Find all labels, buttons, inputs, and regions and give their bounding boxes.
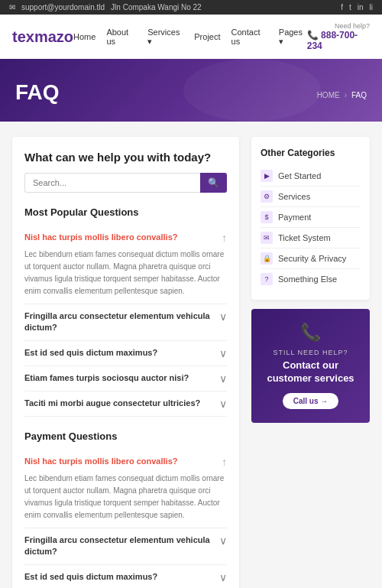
faq-item-popular-1: Fringilla arcu consectetur elementum veh… bbox=[24, 304, 227, 341]
faq-item-payment-header-2[interactable]: Est id sed quis dictum maximus? ∨ bbox=[24, 571, 227, 583]
search-wrap: 🔍 bbox=[24, 173, 227, 193]
contact-heading: Contact our customer services bbox=[261, 359, 361, 385]
faq-payment-answer-0: Lec bibendum etiam fames consequat dictu… bbox=[24, 473, 227, 521]
faq-item-header-0[interactable]: Nisl hac turpis mollis libero convallis?… bbox=[24, 232, 227, 244]
contact-phone-icon: 📞 bbox=[261, 323, 361, 343]
page-title: FAQ bbox=[15, 80, 367, 105]
top-bar-right: f t in li bbox=[341, 3, 373, 11]
instagram-icon[interactable]: in bbox=[358, 3, 364, 11]
main-content: What can we help you with today? 🔍 Most … bbox=[0, 122, 382, 588]
faq-question-2: Est id sed quis dictum maximus? bbox=[24, 347, 219, 359]
security-icon: 🔒 bbox=[261, 252, 273, 265]
nav-home[interactable]: Home bbox=[73, 32, 96, 41]
faq-card: What can we help you with today? 🔍 Most … bbox=[12, 137, 239, 588]
sidebar: Other Categories ▶ Get Started ⚙ Service… bbox=[251, 137, 370, 588]
sidebar-item-payment[interactable]: $ Payment bbox=[261, 207, 361, 228]
sidebar-item-label-5: Something Else bbox=[278, 275, 337, 284]
payment-title: Payment Questions bbox=[24, 430, 227, 442]
faq-question-1: Fringilla arcu consectetur elementum veh… bbox=[24, 310, 219, 334]
payment-icon: $ bbox=[261, 211, 273, 223]
faq-item-header-2[interactable]: Est id sed quis dictum maximus? ∨ bbox=[24, 347, 227, 359]
faq-item-popular-0: Nisl hac turpis mollis libero convallis?… bbox=[24, 226, 227, 304]
faq-item-payment-header-1[interactable]: Fringilla arcu consectetur elementum veh… bbox=[24, 534, 227, 558]
faq-item-popular-4: Taciti mi morbi augue consectetur ultric… bbox=[24, 391, 227, 417]
faq-answer-0: Lec bibendum etiam fames consequat dictu… bbox=[24, 249, 227, 297]
nav-right: Need help? 📞 888-700-234 bbox=[307, 22, 370, 51]
popular-title: Most Popular Questions bbox=[24, 206, 227, 218]
sidebar-item-security[interactable]: 🔒 Security & Privacy bbox=[261, 249, 361, 269]
contact-card: 📞 STILL NEED HELP? Contact our customer … bbox=[251, 309, 370, 423]
nav-project[interactable]: Project bbox=[194, 32, 220, 41]
top-bar-email: support@yourdomain.tld bbox=[21, 3, 105, 11]
faq-payment-toggle-2[interactable]: ∨ bbox=[219, 571, 227, 583]
faq-toggle-1[interactable]: ∨ bbox=[219, 310, 227, 323]
email-icon: ✉ bbox=[9, 3, 15, 11]
logo-mazo: mazo bbox=[34, 28, 73, 45]
ticket-icon: ✉ bbox=[261, 232, 273, 244]
nav-links: Home About us Services ▾ Project Contact… bbox=[73, 28, 307, 47]
hero-section: FAQ HOME › FAQ bbox=[0, 59, 382, 122]
categories-title: Other Categories bbox=[261, 148, 361, 158]
search-button[interactable]: 🔍 bbox=[200, 173, 227, 193]
faq-payment-toggle-0[interactable]: ↑ bbox=[222, 456, 227, 468]
sidebar-item-services[interactable]: ⚙ Services bbox=[261, 187, 361, 207]
phone-icon: 📞 bbox=[307, 30, 319, 41]
faq-payment-question-0: Nisl hac turpis mollis libero convallis? bbox=[24, 456, 222, 467]
categories-card: Other Categories ▶ Get Started ⚙ Service… bbox=[251, 137, 370, 300]
linkedin-icon[interactable]: li bbox=[370, 3, 373, 11]
faq-item-header-3[interactable]: Etiam fames turpis sociosqu auctor nisi?… bbox=[24, 372, 227, 385]
twitter-icon[interactable]: t bbox=[349, 3, 351, 11]
faq-toggle-4[interactable]: ∨ bbox=[219, 398, 227, 410]
faq-item-payment-0: Nisl hac turpis mollis libero convallis?… bbox=[24, 450, 227, 528]
sidebar-item-get-started[interactable]: ▶ Get Started bbox=[261, 166, 361, 187]
sidebar-item-label-2: Payment bbox=[278, 213, 311, 222]
sidebar-item-label-3: Ticket System bbox=[278, 233, 331, 242]
sidebar-item-label-0: Get Started bbox=[278, 171, 321, 180]
call-us-button[interactable]: Call us → bbox=[283, 393, 339, 409]
faq-item-header-1[interactable]: Fringilla arcu consectetur elementum veh… bbox=[24, 310, 227, 334]
top-bar-address: Jln Compaka Wangi No 22 bbox=[111, 3, 202, 11]
top-bar: ✉ support@yourdomain.tld Jln Compaka Wan… bbox=[0, 0, 382, 15]
facebook-icon[interactable]: f bbox=[341, 3, 343, 11]
nav-pages[interactable]: Pages ▾ bbox=[279, 28, 307, 47]
faq-payment-question-2: Est id sed quis dictum maximus? bbox=[24, 571, 219, 583]
services-icon: ⚙ bbox=[261, 190, 273, 203]
faq-toggle-0[interactable]: ↑ bbox=[222, 232, 227, 244]
logo[interactable]: texmazo bbox=[12, 28, 73, 46]
faq-payment-question-1: Fringilla arcu consectetur elementum veh… bbox=[24, 534, 219, 558]
nav-about[interactable]: About us bbox=[106, 28, 137, 46]
sidebar-item-label-1: Services bbox=[278, 192, 310, 201]
something-else-icon: ? bbox=[261, 273, 273, 285]
still-need-label: STILL NEED HELP? bbox=[261, 349, 361, 356]
faq-heading: What can we help you with today? bbox=[24, 151, 227, 164]
faq-toggle-3[interactable]: ∨ bbox=[219, 372, 227, 385]
navbar: texmazo Home About us Services ▾ Project… bbox=[0, 15, 382, 59]
get-started-icon: ▶ bbox=[261, 170, 273, 182]
faq-item-header-4[interactable]: Taciti mi morbi augue consectetur ultric… bbox=[24, 398, 227, 410]
nav-phone[interactable]: 📞 888-700-234 bbox=[307, 30, 370, 51]
faq-item-popular-2: Est id sed quis dictum maximus? ∨ bbox=[24, 341, 227, 366]
faq-toggle-2[interactable]: ∨ bbox=[219, 347, 227, 359]
logo-tex: tex bbox=[12, 28, 34, 45]
sidebar-item-label-4: Security & Privacy bbox=[278, 254, 346, 263]
sidebar-item-something-else[interactable]: ? Something Else bbox=[261, 269, 361, 289]
nav-contact[interactable]: Contact us bbox=[231, 28, 268, 46]
need-help-label: Need help? bbox=[307, 22, 370, 30]
faq-section: What can we help you with today? 🔍 Most … bbox=[12, 137, 239, 588]
faq-payment-toggle-1[interactable]: ∨ bbox=[219, 534, 227, 547]
faq-item-payment-2: Est id sed quis dictum maximus? ∨ bbox=[24, 565, 227, 588]
sidebar-item-ticket[interactable]: ✉ Ticket System bbox=[261, 228, 361, 249]
faq-question-0: Nisl hac turpis mollis libero convallis? bbox=[24, 232, 222, 243]
search-input[interactable] bbox=[24, 173, 200, 193]
faq-question-4: Taciti mi morbi augue consectetur ultric… bbox=[24, 398, 219, 409]
top-bar-left: ✉ support@yourdomain.tld Jln Compaka Wan… bbox=[9, 3, 202, 11]
nav-services[interactable]: Services ▾ bbox=[147, 28, 183, 47]
faq-item-payment-1: Fringilla arcu consectetur elementum veh… bbox=[24, 528, 227, 565]
faq-item-payment-header-0[interactable]: Nisl hac turpis mollis libero convallis?… bbox=[24, 456, 227, 468]
faq-question-3: Etiam fames turpis sociosqu auctor nisi? bbox=[24, 372, 219, 384]
faq-item-popular-3: Etiam fames turpis sociosqu auctor nisi?… bbox=[24, 366, 227, 391]
